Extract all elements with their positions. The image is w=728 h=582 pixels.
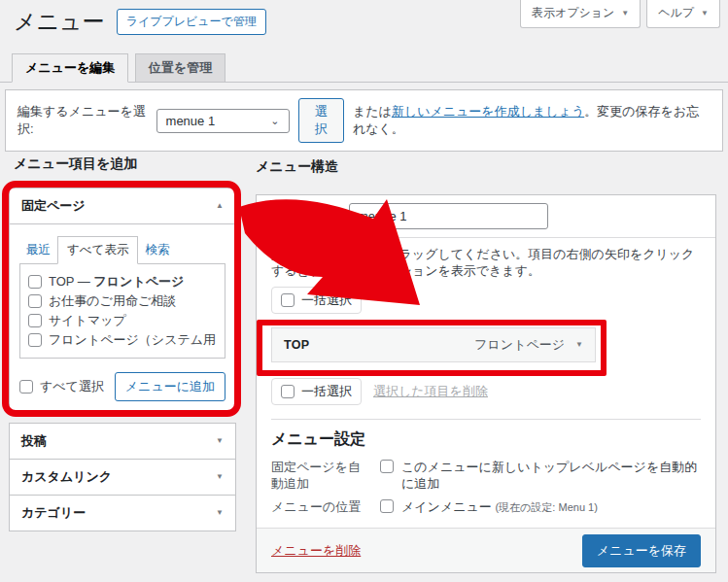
posts-accordion-title: 投稿 [21, 432, 47, 450]
pages-tabs: 最近 すべて表示 検索 [19, 236, 225, 263]
categories-accordion-header[interactable]: カテゴリー ▼ [10, 496, 235, 531]
nav-tab-bar: メニューを編集 位置を管理 [0, 53, 728, 83]
categories-accordion-title: カテゴリー [21, 504, 86, 522]
list-item: お仕事のご用命ご相談 [28, 291, 217, 311]
custom-links-accordion-section: カスタムリンク ▼ [9, 459, 236, 496]
create-menu-text: または新しいメニューを作成しましょう。変更の保存をお忘れなく。 [353, 103, 711, 138]
chevron-down-icon: ▼ [216, 509, 224, 517]
help-label: ヘルプ [658, 5, 694, 21]
list-item: TOP — フロントページ [28, 272, 217, 291]
menu-settings-section: メニュー設定 固定ページを自動追加 このメニューに新しいトップレベルページを自動… [271, 419, 701, 516]
chevron-down-icon: ▼ [621, 10, 629, 17]
tab-manage-locations[interactable]: 位置を管理 [135, 53, 225, 83]
menu-location-setting-row: メニューの位置 メインメニュー (現在の設定: Menu 1) [271, 498, 701, 516]
chevron-down-icon[interactable]: ▼ [575, 341, 583, 349]
menu-item-meta: フロントページ ▼ [474, 336, 583, 354]
bulk-select-checkbox[interactable] [281, 293, 295, 307]
current-setting-text: (現在の設定: Menu 1) [495, 501, 597, 513]
save-menu-button[interactable]: メニューを保存 [582, 534, 701, 567]
bulk-select-toggle-bottom[interactable]: 一括選択 [271, 378, 362, 405]
list-item: サイトマップ [28, 311, 217, 330]
screen-options-button[interactable]: 表示オプション ▼ [520, 0, 641, 28]
list-item: フロントページ（システム用） [28, 330, 217, 350]
pages-accordion-header[interactable]: 固定ページ ▲ [10, 188, 235, 224]
menu-name-row: メニュー名 [257, 195, 715, 238]
bulk-select-label: 一括選択 [301, 383, 352, 400]
live-preview-button[interactable]: ライブプレビューで管理 [117, 9, 266, 35]
menu-item-type-label: フロントページ [474, 336, 565, 354]
page-item-label: TOP — フロントページ [49, 272, 184, 291]
drag-instructions-text: 好みの順番で項目をドラッグしてください。項目の右側の矢印をクリックすると、追加設… [271, 246, 701, 279]
categories-accordion-section: カテゴリー ▼ [9, 495, 236, 531]
page-checkbox[interactable] [28, 275, 42, 289]
tab-most-recent[interactable]: 最近 [19, 237, 57, 263]
add-to-menu-button[interactable]: メニューに追加 [115, 372, 225, 401]
menu-location-label: メニューの位置 [271, 498, 372, 516]
menu-select-label: 編集するメニューを選択: [17, 103, 148, 138]
select-all-checkbox[interactable] [19, 380, 33, 394]
or-text: または [353, 104, 392, 119]
posts-accordion-section: 投稿 ▼ [9, 423, 236, 460]
screen-meta-links: 表示オプション ▼ ヘルプ ▼ [520, 0, 720, 28]
posts-accordion-header[interactable]: 投稿 ▼ [10, 424, 235, 459]
pages-accordion-section: 固定ページ ▲ 最近 すべて表示 検索 TOP — フロントページ お仕事の [9, 188, 236, 414]
pages-footer: すべて選択 メニューに追加 [19, 372, 225, 401]
tab-edit-menus[interactable]: メニューを編集 [12, 53, 128, 83]
chevron-down-icon: ▼ [216, 473, 224, 481]
add-menu-items-heading: メニュー項目を追加 [14, 155, 137, 173]
page-checkbox[interactable] [28, 333, 42, 347]
help-button[interactable]: ヘルプ ▼ [646, 0, 720, 28]
custom-links-accordion-header[interactable]: カスタムリンク ▼ [10, 460, 235, 495]
bulk-actions-row: 一括選択 選択した項目を削除 [271, 378, 701, 405]
page-item-label: フロントページ（システム用） [49, 330, 217, 350]
menu-name-input[interactable] [349, 203, 548, 229]
menu-settings-heading: メニュー設定 [271, 429, 701, 450]
page-item-label: サイトマップ [49, 311, 126, 330]
chevron-down-icon: ▼ [216, 437, 224, 445]
screen-options-label: 表示オプション [532, 5, 614, 21]
main-menu-label: メインメニュー [401, 499, 492, 514]
page-title: メニュー [14, 8, 105, 37]
menu-structure-body: 好みの順番で項目をドラッグしてください。項目の右側の矢印をクリックすると、追加設… [257, 238, 715, 516]
chevron-up-icon: ▲ [216, 202, 224, 210]
menu-select-dropdown[interactable]: menue 1 ⌄ [156, 109, 290, 133]
add-menu-items-panel: 固定ページ ▲ 最近 すべて表示 検索 TOP — フロントページ お仕事の [9, 188, 236, 531]
main-menu-option-text: メインメニュー (現在の設定: Menu 1) [401, 498, 598, 516]
chevron-down-icon: ▼ [701, 10, 709, 17]
tab-view-all[interactable]: すべて表示 [57, 236, 138, 264]
wordpress-menus-page: 表示オプション ▼ ヘルプ ▼ メニュー ライブプレビューで管理 メニューを編集… [0, 0, 728, 582]
major-publishing-actions: メニューを削除 メニューを保存 [257, 528, 715, 572]
pages-accordion-body: 最近 すべて表示 検索 TOP — フロントページ お仕事のご用命ご相談 [10, 224, 235, 413]
pages-accordion-title: 固定ページ [21, 197, 86, 215]
auto-add-label: 固定ページを自動追加 [271, 459, 372, 492]
remove-selected-items-link[interactable]: 選択した項目を削除 [373, 383, 488, 400]
menu-item-top[interactable]: TOP フロントページ ▼ [271, 327, 596, 362]
menu-structure-heading: メニュー構造 [256, 158, 338, 176]
main-menu-checkbox[interactable] [380, 499, 394, 513]
page-checkbox[interactable] [28, 294, 42, 308]
tab-search[interactable]: 検索 [138, 237, 176, 263]
select-menu-button[interactable]: 選択 [298, 98, 344, 143]
pages-checklist: TOP — フロントページ お仕事のご用命ご相談 サイトマップ フロントページ（… [19, 263, 225, 359]
create-new-menu-link[interactable]: 新しいメニューを作成しましょう [392, 104, 584, 119]
bulk-select-checkbox[interactable] [281, 385, 295, 398]
menu-select-value: menue 1 [166, 114, 216, 128]
page-checkbox[interactable] [28, 314, 42, 327]
delete-menu-link[interactable]: メニューを削除 [271, 542, 361, 560]
menu-item-title: TOP [284, 338, 309, 352]
custom-links-accordion-title: カスタムリンク [21, 468, 112, 486]
auto-add-setting-row: 固定ページを自動追加 このメニューに新しいトップレベルページを自動的に追加 [271, 459, 701, 492]
menu-location-control: メインメニュー (現在の設定: Menu 1) [380, 498, 598, 516]
bulk-select-toggle-top[interactable]: 一括選択 [271, 287, 362, 314]
auto-add-control: このメニューに新しいトップレベルページを自動的に追加 [380, 459, 701, 492]
menu-select-bar: 編集するメニューを選択: menue 1 ⌄ 選択 または新しいメニューを作成し… [5, 89, 723, 152]
page-item-label: お仕事のご用命ご相談 [49, 291, 176, 311]
auto-add-option-text: このメニューに新しいトップレベルページを自動的に追加 [401, 459, 701, 492]
select-all-label: すべて選択 [40, 378, 104, 395]
auto-add-checkbox[interactable] [380, 460, 394, 473]
collapsed-accordion-group: 投稿 ▼ カスタムリンク ▼ カテゴリー ▼ [9, 423, 236, 531]
page-header: メニュー ライブプレビューで管理 [14, 8, 266, 37]
select-all-control: すべて選択 [19, 378, 104, 395]
chevron-down-icon: ⌄ [270, 116, 279, 126]
page-title-text: TOP — [49, 274, 93, 289]
